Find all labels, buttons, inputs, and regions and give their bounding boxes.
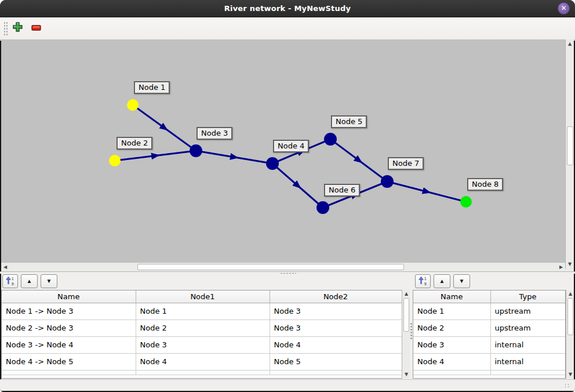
horizontal-scroll-thumb[interactable]	[137, 264, 404, 270]
svg-text:1: 1	[424, 276, 427, 280]
vertical-scroll-thumb[interactable]	[567, 126, 573, 165]
down-triangle-icon: ▼	[46, 278, 52, 284]
column-header-type[interactable]: Type	[490, 291, 565, 303]
toolbar-drag-handle[interactable]	[3, 21, 8, 35]
node-node-5[interactable]	[324, 133, 337, 146]
table-cell: Node 4 -> Node 5	[2, 353, 136, 370]
table-cell: Node 3	[413, 336, 490, 353]
title-bar: River network - MyNewStudy ✕	[0, 0, 575, 17]
vertical-scroll-thumb[interactable]	[403, 298, 409, 332]
node-label-node-6[interactable]: Node 6	[324, 184, 360, 197]
node-label-node-7[interactable]: Node 7	[388, 157, 424, 170]
network-canvas[interactable]: Node 1Node 2Node 3Node 4Node 5Node 6Node…	[1, 39, 565, 262]
branch-edge-n5-n7[interactable]	[330, 139, 387, 182]
table-cell: Node 2	[136, 320, 270, 336]
node-node-8[interactable]	[460, 196, 472, 208]
scroll-left-icon[interactable]: ◀	[1, 263, 9, 271]
node-label-node-2[interactable]: Node 2	[117, 137, 152, 150]
table-row[interactable]: Node 2 -> Node 3Node 2Node 3	[2, 320, 402, 336]
node-node-6[interactable]	[316, 201, 329, 214]
table-cell: Node 5	[270, 353, 402, 370]
nodes-table: NameTypeNode 1upstreamNode 2upstreamNode…	[413, 290, 566, 379]
up-triangle-icon: ▲	[439, 278, 445, 284]
table-cell: Node 4	[136, 353, 270, 370]
horizontal-splitter[interactable]	[0, 271, 575, 274]
canvas-horizontal-scrollbar[interactable]: ◀ ▶	[1, 262, 565, 271]
scroll-down-icon[interactable]: ▼	[566, 260, 574, 268]
table-cell: Node 1 -> Node 3	[2, 303, 136, 320]
branches-table-scrollbar[interactable]: ▲ ▼	[402, 290, 410, 379]
nodes-move-up-button[interactable]: ▲	[434, 274, 450, 288]
scroll-down-icon[interactable]: ▼	[402, 371, 410, 379]
table-row[interactable]: Node 3 -> Node 4Node 3Node 4	[2, 336, 402, 353]
table-cell: upstream	[490, 303, 565, 320]
nodes-move-down-button[interactable]: ▼	[453, 274, 470, 288]
window-title: River network - MyNewStudy	[224, 4, 351, 13]
table-cell: upstream	[490, 320, 565, 336]
node-node-3[interactable]	[190, 144, 202, 157]
table-cell: Node 2 -> Node 3	[2, 320, 136, 336]
node-label-node-8[interactable]: Node 8	[467, 178, 503, 191]
splitter-grip-icon	[410, 322, 412, 340]
branches-sort-button[interactable]: 1 9	[2, 274, 18, 288]
resize-grip[interactable]	[564, 383, 571, 389]
table-cell: Node 1	[413, 303, 490, 320]
node-label-node-5[interactable]: Node 5	[331, 115, 367, 128]
node-node-1[interactable]	[127, 99, 139, 111]
table-cell: internal	[490, 353, 565, 370]
table-cell: Node 4	[413, 353, 490, 370]
table-row[interactable]: Node 4internal	[413, 353, 565, 370]
table-row[interactable]: Node 1upstream	[413, 303, 565, 320]
scroll-right-icon[interactable]: ▶	[557, 263, 565, 271]
branches-move-up-button[interactable]: ▲	[21, 274, 38, 288]
nodes-sort-button[interactable]: 1 9	[415, 274, 431, 288]
empty-row	[2, 370, 402, 375]
close-icon: ✕	[561, 4, 566, 12]
empty-row	[413, 370, 565, 375]
node-label-node-3[interactable]: Node 3	[196, 127, 232, 140]
branches-move-down-button[interactable]: ▼	[41, 274, 57, 288]
vertical-scroll-thumb[interactable]	[567, 298, 573, 335]
column-header-name[interactable]: Name	[413, 291, 490, 303]
node-node-7[interactable]	[381, 175, 394, 188]
table-cell: Node 4	[270, 336, 402, 353]
branch-edge-n2-n3[interactable]	[115, 151, 196, 161]
up-triangle-icon: ▲	[27, 278, 32, 284]
sort-ascending-icon: 1 9	[6, 276, 14, 287]
table-row[interactable]: Node 1 -> Node 3Node 1Node 3	[2, 303, 402, 320]
scroll-up-icon[interactable]: ▲	[566, 40, 574, 48]
node-node-4[interactable]	[266, 157, 279, 170]
branch-edge-n3-n4[interactable]	[196, 151, 272, 164]
node-node-2[interactable]	[109, 155, 121, 166]
table-cell: Node 3	[270, 320, 402, 336]
node-label-node-1[interactable]: Node 1	[134, 81, 170, 94]
table-cell: Node 3 -> Node 4	[2, 336, 136, 353]
remove-button[interactable]	[29, 21, 43, 35]
close-button[interactable]: ✕	[558, 2, 570, 14]
nodes-table-scrollbar[interactable]: ▲ ▼	[566, 290, 574, 379]
table-row[interactable]: Node 3internal	[413, 336, 565, 353]
table-cell: Node 2	[413, 320, 490, 336]
branch-edge-n4-n6[interactable]	[272, 164, 323, 208]
column-header-node1[interactable]: Node1	[136, 291, 270, 303]
scroll-down-icon[interactable]: ▼	[566, 371, 574, 379]
scroll-up-icon[interactable]: ▲	[402, 290, 410, 298]
column-header-name[interactable]: Name	[2, 291, 136, 303]
table-row[interactable]: Node 4 -> Node 5Node 4Node 5	[2, 353, 402, 370]
sort-ascending-icon: 1 9	[418, 276, 427, 287]
table-cell: Node 1	[136, 303, 270, 320]
branches-table: NameNode1Node2Node 1 -> Node 3Node 1Node…	[1, 290, 402, 379]
node-label-node-4[interactable]: Node 4	[273, 140, 309, 153]
table-row[interactable]: Node 2upstream	[413, 320, 565, 336]
table-cell: Node 3	[136, 336, 270, 353]
column-header-node2[interactable]: Node2	[270, 291, 402, 303]
svg-text:1: 1	[12, 276, 14, 280]
canvas-vertical-scrollbar[interactable]: ▲ ▼	[565, 39, 574, 269]
plus-icon	[13, 22, 23, 34]
table-cell: Node 3	[270, 303, 402, 320]
svg-text:9: 9	[12, 281, 14, 285]
scroll-up-icon[interactable]: ▲	[566, 290, 574, 298]
main-toolbar	[0, 17, 575, 39]
branch-edge-n7-n8[interactable]	[387, 182, 466, 202]
add-button[interactable]	[10, 21, 24, 35]
